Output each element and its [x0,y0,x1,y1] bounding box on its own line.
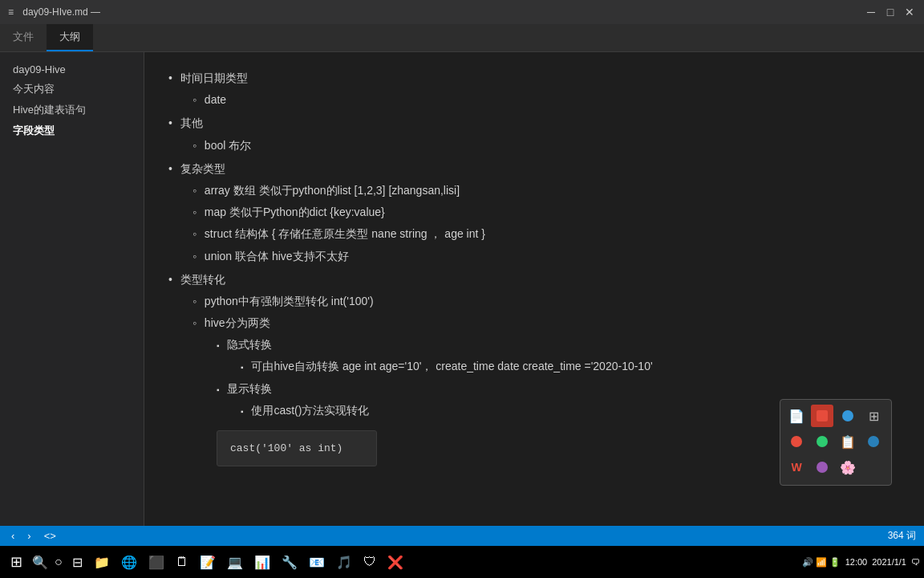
minimize-button[interactable]: ─ [865,6,877,18]
sidebar-item-field-type[interactable]: 字段类型 [0,120,144,141]
window-controls: ─ □ ✕ [865,6,916,18]
fw-icon-4[interactable]: ⊞ [862,405,885,427]
list-item: 其他 bool 布尔 [168,113,900,155]
list-item: 时间日期类型 date [168,68,900,110]
sub-list: bool 布尔 [168,136,900,156]
notification-icon[interactable]: 🗨 [911,557,920,567]
list-item: map 类似于Python的dict {key:value} [192,202,900,222]
svg-rect-0 [817,410,828,421]
taskbar-icon-13[interactable]: ❌ [384,553,407,572]
date: 2021/1/1 [872,557,906,567]
fw-icon-2[interactable] [811,405,833,427]
code-block: cast('100' as int) [217,430,377,466]
list-item: bool 布尔 [192,136,900,156]
tab-outline[interactable]: 大纲 [47,24,93,51]
svg-point-5 [817,462,828,473]
bottom-bar-left: ‹ › <> [8,530,59,542]
list-item: 类型转化 python中有强制类型转化 int('100') hive分为两类 … [168,270,900,421]
taskbar-icon-10[interactable]: 📧 [306,553,328,572]
taskbar-icon-4[interactable]: ⬛ [145,553,168,572]
sidebar: day09-Hive 今天内容 Hive的建表语句 字段类型 [0,52,144,526]
svg-point-4 [868,436,879,447]
forward-button[interactable]: › [24,530,34,542]
sub-list: date [168,90,900,110]
list-item: 隐式转换 可由hive自动转换 age int age='10'， create… [217,335,900,377]
fw-icon-8[interactable] [862,430,885,453]
fw-icon-11[interactable]: 🌸 [837,456,859,478]
taskbar-icon-2[interactable]: 📁 [91,553,113,572]
titlebar-title: ≡ day09-HIve.md — [8,6,100,18]
maximize-button[interactable]: □ [884,6,897,18]
taskbar-cortana-icon[interactable]: ○ [51,553,66,571]
list-item: date [192,90,900,110]
sidebar-item-today-content[interactable]: 今天内容 [0,79,144,100]
svg-point-1 [842,410,853,421]
tabs-bar: 文件 大纲 [0,24,924,52]
sidebar-item-day09-hive[interactable]: day09-Hive [0,60,144,79]
floating-widget: 📄 ⊞ 📋 W 🌸 [780,399,892,486]
svg-point-3 [817,436,828,447]
close-button[interactable]: ✕ [903,6,916,18]
fw-icon-1[interactable]: 📄 [785,405,808,427]
fw-icon-3[interactable] [837,405,859,427]
main-layout: day09-Hive 今天内容 Hive的建表语句 字段类型 时间日期类型 da… [0,52,924,526]
code-view-button[interactable]: <> [41,530,59,542]
titlebar: ≡ day09-HIve.md — ─ □ ✕ [0,0,924,24]
fw-icon-10[interactable] [811,456,833,478]
list-item: array 数组 类似于python的list [1,2,3] [zhangsa… [192,181,900,201]
taskbar-icon-5[interactable]: 🗒 [172,553,192,571]
sub-list: array 数组 类似于python的list [1,2,3] [zhangsa… [168,181,900,267]
start-button[interactable]: ⊞ [4,553,29,571]
content-area[interactable]: 时间日期类型 date 其他 bool 布尔 [144,52,924,526]
list-item: struct 结构体 { 存储任意原生类型 nane string ， age … [192,224,900,244]
taskbar-icon-1[interactable]: ⊟ [69,553,86,572]
menu-icon: ≡ [8,6,14,18]
fw-icon-9[interactable]: W [785,456,808,478]
tab-files[interactable]: 文件 [0,24,47,51]
list-item: python中有强制类型转化 int('100') [192,291,900,311]
taskbar-icon-3[interactable]: 🌐 [118,553,140,572]
taskbar-right: 🔊 📶 🔋 12:00 2021/1/1 🗨 [802,557,920,568]
taskbar-icon-7[interactable]: 💻 [224,553,246,572]
fw-icon-7[interactable]: 📋 [837,430,859,453]
taskbar-icon-12[interactable]: 🛡 [360,553,379,571]
bottom-bar: ‹ › <> 364 词 [0,526,924,546]
taskbar-search-icon[interactable]: 🔍 [29,553,51,572]
taskbar-icon-6[interactable]: 📝 [197,553,219,572]
clock: 12:00 [845,557,868,567]
taskbar-icon-11[interactable]: 🎵 [333,553,355,572]
taskbar-icon-8[interactable]: 📊 [251,553,274,572]
list-item: 复杂类型 array 数组 类似于python的list [1,2,3] [zh… [168,159,900,267]
outline-list: 时间日期类型 date 其他 bool 布尔 [168,68,900,421]
fw-icon-6[interactable] [811,430,833,453]
list-item: union 联合体 hive支持不太好 [192,246,900,267]
back-button[interactable]: ‹ [8,530,18,542]
level4-list: 可由hive自动转换 age int age='10'， create_time… [217,356,900,377]
taskbar: ⊞ 🔍 ○ ⊟ 📁 🌐 ⬛ 🗒 📝 💻 📊 🔧 📧 🎵 🛡 ❌ 🔊 📶 🔋 12… [0,546,924,578]
svg-point-2 [791,436,802,447]
taskbar-apps: ⊟ 📁 🌐 ⬛ 🗒 📝 💻 📊 🔧 📧 🎵 🛡 ❌ [69,553,407,572]
system-tray: 🔊 📶 🔋 [802,557,841,568]
taskbar-icon-9[interactable]: 🔧 [278,553,301,572]
word-count: 364 词 [888,529,916,543]
sidebar-item-hive-table-lang[interactable]: Hive的建表语句 [0,100,144,120]
list-item: 可由hive自动转换 age int age='10'， create_time… [241,356,900,377]
fw-icon-5[interactable] [785,430,808,453]
